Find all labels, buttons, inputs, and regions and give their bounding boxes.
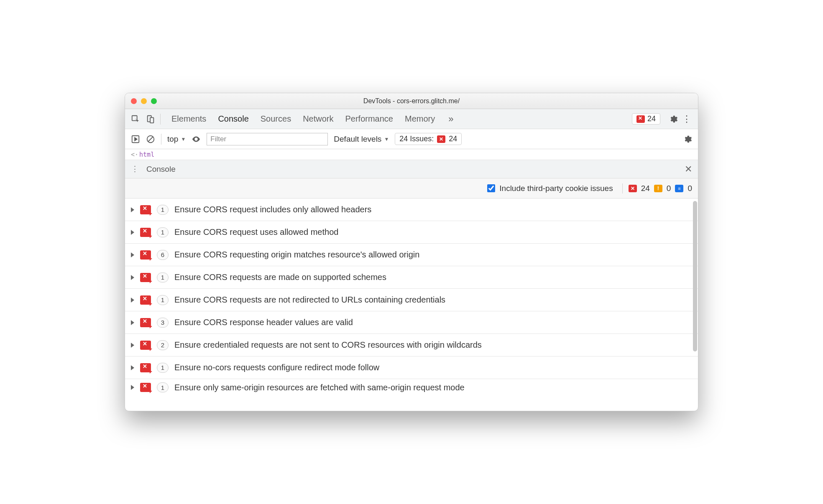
console-toolbar: top ▼ Default levels ▼ 24 Issues: 24 [125, 129, 698, 149]
console-settings-gear-icon[interactable] [683, 135, 692, 144]
error-bubble-icon [140, 363, 151, 372]
error-count-badge[interactable]: 24 [632, 113, 660, 125]
source-tag: html [139, 151, 154, 158]
warning-icon [654, 185, 662, 192]
issue-count-pill: 3 [157, 318, 169, 328]
expand-caret-icon[interactable] [131, 207, 134, 212]
scrollbar-thumb[interactable] [693, 201, 697, 351]
third-party-cookies-checkbox[interactable] [487, 184, 495, 192]
issues-count: 24 [449, 135, 457, 143]
error-icon [636, 115, 645, 123]
inspect-icon[interactable] [131, 115, 140, 124]
issue-text: Ensure CORS requests are not redirected … [174, 295, 445, 305]
dropdown-caret-icon: ▼ [384, 136, 389, 142]
issues-filterbar: Include third-party cookie issues 24 0 0 [125, 178, 698, 199]
info-icon [675, 185, 683, 192]
device-toggle-icon[interactable] [146, 115, 155, 124]
info-count: 0 [688, 184, 692, 193]
context-selector[interactable]: top ▼ [167, 135, 186, 144]
expand-caret-icon[interactable] [131, 320, 134, 325]
issue-row[interactable]: 1 Ensure no-cors requests configure redi… [125, 356, 698, 379]
issues-list[interactable]: 1 Ensure CORS request includes only allo… [125, 199, 698, 411]
close-drawer-icon[interactable]: ✕ [685, 164, 692, 175]
issue-count-pill: 1 [157, 363, 169, 373]
expand-caret-icon[interactable] [131, 275, 134, 280]
error-icon [437, 135, 445, 143]
expand-caret-icon[interactable] [131, 252, 134, 257]
close-window-button[interactable] [131, 98, 137, 104]
settings-gear-icon[interactable] [669, 115, 678, 124]
expand-caret-icon[interactable] [131, 298, 134, 303]
issue-row[interactable]: 2 Ensure credentialed requests are not s… [125, 334, 698, 356]
log-levels-dropdown[interactable]: Default levels ▼ [334, 135, 389, 144]
issue-text: Ensure CORS request includes only allowe… [174, 205, 371, 214]
issue-text: Ensure credentialed requests are not sen… [174, 340, 482, 350]
clear-console-icon[interactable] [146, 135, 155, 144]
titlebar: DevTools - cors-errors.glitch.me/ [125, 93, 698, 109]
issue-count-pill: 2 [157, 340, 169, 350]
drawer-title: Console [146, 165, 176, 174]
error-bubble-icon [140, 273, 151, 282]
issue-count-pill: 1 [157, 227, 169, 237]
tab-network[interactable]: Network [297, 114, 339, 124]
tab-sources[interactable]: Sources [255, 114, 297, 124]
issue-row[interactable]: 1 Ensure CORS request uses allowed metho… [125, 221, 698, 244]
error-bubble-icon [140, 205, 151, 214]
issue-row[interactable]: 3 Ensure CORS response header values are… [125, 311, 698, 334]
error-bubble-icon [140, 341, 151, 350]
svg-point-5 [195, 138, 197, 140]
main-tabbar: Elements Console Sources Network Perform… [125, 109, 698, 129]
expand-caret-icon[interactable] [131, 385, 134, 390]
tab-elements[interactable]: Elements [166, 114, 212, 124]
issue-count-pill: 1 [157, 205, 169, 215]
svg-rect-0 [132, 115, 137, 120]
log-levels-label: Default levels [334, 135, 381, 144]
issue-count-pill: 1 [157, 295, 169, 305]
issue-text: Ensure CORS requesting origin matches re… [174, 250, 419, 260]
issue-text: Ensure CORS response header values are v… [174, 318, 353, 327]
context-label: top [167, 135, 178, 144]
errors-count: 24 [641, 184, 650, 193]
issue-row[interactable]: 1 Ensure CORS request includes only allo… [125, 199, 698, 221]
minimize-window-button[interactable] [141, 98, 147, 104]
issue-text: Ensure only same-origin resources are fe… [174, 383, 465, 392]
issue-counts: 24 0 0 [621, 183, 692, 193]
angle-bracket-icon: <· [131, 151, 138, 158]
source-preview: <· html [125, 149, 698, 160]
issue-text: Ensure CORS request uses allowed method [174, 227, 338, 237]
error-count: 24 [647, 115, 656, 123]
expand-caret-icon[interactable] [131, 365, 134, 370]
issue-row[interactable]: 1 Ensure only same-origin resources are … [125, 379, 698, 396]
tab-console[interactable]: Console [212, 114, 254, 124]
warnings-count: 0 [667, 184, 671, 193]
svg-rect-2 [150, 117, 153, 123]
expand-caret-icon[interactable] [131, 343, 134, 348]
issue-count-pill: 1 [157, 382, 169, 392]
issue-count-pill: 1 [157, 272, 169, 283]
third-party-cookies-toggle[interactable]: Include third-party cookie issues [487, 184, 613, 193]
expand-caret-icon[interactable] [131, 230, 134, 235]
maximize-window-button[interactable] [151, 98, 157, 104]
live-expression-eye-icon[interactable] [192, 135, 201, 144]
error-bubble-icon [140, 250, 151, 260]
issue-count-pill: 6 [157, 250, 169, 260]
scrollbar-track [692, 199, 697, 411]
filter-input[interactable] [207, 133, 328, 145]
drawer-menu-icon[interactable]: ⋮ [131, 164, 139, 174]
tabs-overflow-icon[interactable]: » [448, 114, 453, 125]
issue-row[interactable]: 1 Ensure CORS requests are made on suppo… [125, 266, 698, 289]
tab-memory[interactable]: Memory [399, 114, 441, 124]
window-controls [125, 98, 157, 104]
issue-row[interactable]: 1 Ensure CORS requests are not redirecte… [125, 289, 698, 311]
tab-performance[interactable]: Performance [340, 114, 399, 124]
error-bubble-icon [140, 295, 151, 305]
issue-text: Ensure no-cors requests configure redire… [174, 363, 379, 372]
dropdown-caret-icon: ▼ [181, 136, 186, 142]
window-title: DevTools - cors-errors.glitch.me/ [125, 97, 698, 105]
error-icon [629, 185, 637, 192]
error-bubble-icon [140, 228, 151, 237]
play-icon[interactable] [131, 135, 140, 144]
issue-row[interactable]: 6 Ensure CORS requesting origin matches … [125, 244, 698, 266]
more-menu-icon[interactable]: ⋮ [682, 114, 692, 125]
issues-button[interactable]: 24 Issues: 24 [395, 133, 462, 145]
